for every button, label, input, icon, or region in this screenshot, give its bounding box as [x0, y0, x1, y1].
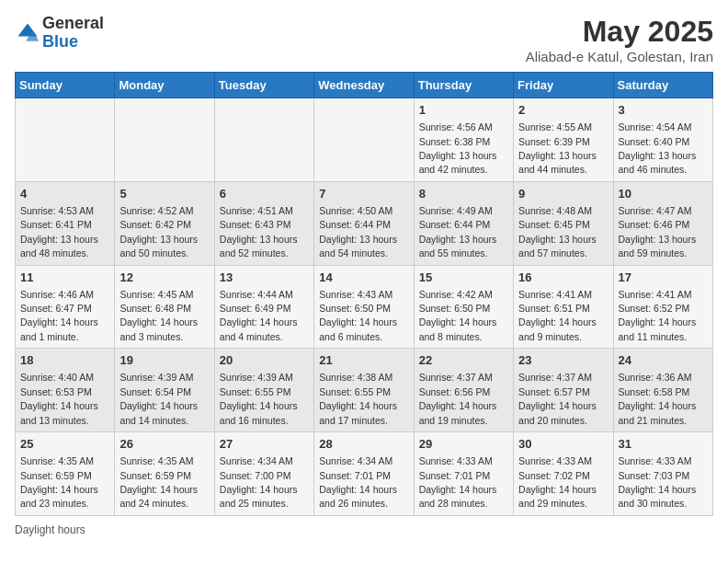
title-block: May 2025 Aliabad-e Katul, Golestan, Iran — [526, 15, 713, 64]
calendar-header: SundayMondayTuesdayWednesdayThursdayFrid… — [16, 73, 713, 98]
logo-blue-text: Blue — [42, 33, 104, 52]
calendar-title: May 2025 — [526, 15, 713, 49]
day-number: 24 — [619, 352, 708, 369]
day-number: 12 — [119, 270, 209, 286]
day-of-week-header: Friday — [514, 73, 613, 98]
calendar-cell: 27Sunrise: 4:34 AM Sunset: 7:00 PM Dayli… — [214, 432, 313, 516]
logo: General Blue — [15, 15, 104, 52]
day-number: 26 — [119, 436, 209, 453]
calendar-cell: 6Sunrise: 4:51 AM Sunset: 6:43 PM Daylig… — [214, 181, 313, 265]
day-info: Sunrise: 4:45 AM Sunset: 6:48 PM Dayligh… — [119, 289, 198, 342]
day-info: Sunrise: 4:43 AM Sunset: 6:50 PM Dayligh… — [319, 289, 397, 342]
calendar-cell: 20Sunrise: 4:39 AM Sunset: 6:55 PM Dayli… — [214, 349, 313, 432]
daylight-hours-label: Daylight hours — [15, 523, 85, 536]
day-number: 5 — [119, 186, 209, 202]
calendar-cell: 1Sunrise: 4:56 AM Sunset: 6:38 PM Daylig… — [414, 98, 513, 182]
calendar-cell: 4Sunrise: 4:53 AM Sunset: 6:41 PM Daylig… — [16, 181, 115, 265]
calendar-cell — [115, 98, 214, 182]
calendar-cell: 2Sunrise: 4:55 AM Sunset: 6:39 PM Daylig… — [514, 98, 613, 182]
day-info: Sunrise: 4:35 AM Sunset: 6:59 PM Dayligh… — [119, 455, 198, 509]
day-info: Sunrise: 4:33 AM Sunset: 7:03 PM Dayligh… — [619, 455, 697, 509]
day-info: Sunrise: 4:47 AM Sunset: 6:46 PM Dayligh… — [619, 205, 697, 259]
calendar-cell: 29Sunrise: 4:33 AM Sunset: 7:01 PM Dayli… — [414, 432, 513, 516]
day-number: 11 — [20, 270, 109, 286]
day-info: Sunrise: 4:50 AM Sunset: 6:44 PM Dayligh… — [319, 205, 397, 259]
day-info: Sunrise: 4:48 AM Sunset: 6:45 PM Dayligh… — [518, 205, 597, 259]
day-number: 25 — [20, 436, 109, 453]
day-info: Sunrise: 4:39 AM Sunset: 6:54 PM Dayligh… — [119, 372, 198, 425]
calendar-cell: 19Sunrise: 4:39 AM Sunset: 6:54 PM Dayli… — [115, 349, 214, 432]
calendar-cell: 11Sunrise: 4:46 AM Sunset: 6:47 PM Dayli… — [16, 265, 115, 349]
day-number: 4 — [20, 186, 109, 202]
calendar-week-row: 4Sunrise: 4:53 AM Sunset: 6:41 PM Daylig… — [16, 181, 713, 265]
day-of-week-header: Tuesday — [214, 73, 313, 98]
day-info: Sunrise: 4:34 AM Sunset: 7:01 PM Dayligh… — [319, 455, 397, 509]
calendar-week-row: 25Sunrise: 4:35 AM Sunset: 6:59 PM Dayli… — [16, 432, 713, 516]
day-number: 21 — [319, 352, 408, 369]
day-number: 13 — [220, 270, 309, 286]
calendar-cell: 7Sunrise: 4:50 AM Sunset: 6:44 PM Daylig… — [314, 181, 414, 265]
day-of-week-header: Saturday — [613, 73, 712, 98]
day-of-week-header: Monday — [115, 73, 214, 98]
day-number: 20 — [220, 352, 309, 369]
day-info: Sunrise: 4:52 AM Sunset: 6:42 PM Dayligh… — [119, 205, 198, 259]
day-number: 29 — [419, 436, 508, 453]
calendar-cell: 22Sunrise: 4:37 AM Sunset: 6:56 PM Dayli… — [414, 349, 513, 432]
day-of-week-header: Thursday — [414, 73, 513, 98]
calendar-cell: 30Sunrise: 4:33 AM Sunset: 7:02 PM Dayli… — [514, 432, 613, 516]
calendar-cell: 15Sunrise: 4:42 AM Sunset: 6:50 PM Dayli… — [414, 265, 513, 349]
calendar-cell: 13Sunrise: 4:44 AM Sunset: 6:49 PM Dayli… — [214, 265, 313, 349]
day-info: Sunrise: 4:56 AM Sunset: 6:38 PM Dayligh… — [419, 121, 497, 175]
day-number: 3 — [619, 102, 708, 119]
logo-icon — [15, 20, 40, 46]
calendar-cell: 12Sunrise: 4:45 AM Sunset: 6:48 PM Dayli… — [115, 265, 214, 349]
calendar-body: 1Sunrise: 4:56 AM Sunset: 6:38 PM Daylig… — [16, 98, 713, 516]
calendar-cell: 8Sunrise: 4:49 AM Sunset: 6:44 PM Daylig… — [414, 181, 513, 265]
day-number: 7 — [319, 186, 408, 202]
calendar-cell — [314, 98, 414, 182]
day-number: 16 — [518, 270, 608, 286]
calendar-cell: 9Sunrise: 4:48 AM Sunset: 6:45 PM Daylig… — [514, 181, 613, 265]
calendar-cell: 14Sunrise: 4:43 AM Sunset: 6:50 PM Dayli… — [314, 265, 414, 349]
day-info: Sunrise: 4:41 AM Sunset: 6:51 PM Dayligh… — [518, 289, 597, 342]
day-of-week-header: Sunday — [16, 73, 115, 98]
calendar-table: SundayMondayTuesdayWednesdayThursdayFrid… — [15, 72, 713, 516]
day-number: 23 — [518, 352, 608, 369]
calendar-cell: 23Sunrise: 4:37 AM Sunset: 6:57 PM Dayli… — [514, 349, 613, 432]
calendar-week-row: 1Sunrise: 4:56 AM Sunset: 6:38 PM Daylig… — [16, 98, 713, 182]
calendar-cell: 18Sunrise: 4:40 AM Sunset: 6:53 PM Dayli… — [16, 349, 115, 432]
day-info: Sunrise: 4:51 AM Sunset: 6:43 PM Dayligh… — [220, 205, 298, 259]
calendar-cell: 21Sunrise: 4:38 AM Sunset: 6:55 PM Dayli… — [314, 349, 414, 432]
day-info: Sunrise: 4:42 AM Sunset: 6:50 PM Dayligh… — [419, 289, 497, 342]
day-number: 18 — [20, 352, 109, 369]
calendar-subtitle: Aliabad-e Katul, Golestan, Iran — [526, 49, 713, 64]
day-info: Sunrise: 4:39 AM Sunset: 6:55 PM Dayligh… — [220, 372, 298, 425]
day-number: 27 — [220, 436, 309, 453]
calendar-cell: 10Sunrise: 4:47 AM Sunset: 6:46 PM Dayli… — [613, 181, 712, 265]
day-of-week-header: Wednesday — [314, 73, 414, 98]
day-number: 30 — [518, 436, 608, 453]
calendar-cell — [214, 98, 313, 182]
calendar-cell: 31Sunrise: 4:33 AM Sunset: 7:03 PM Dayli… — [613, 432, 712, 516]
calendar-cell: 28Sunrise: 4:34 AM Sunset: 7:01 PM Dayli… — [314, 432, 414, 516]
day-number: 9 — [518, 186, 608, 202]
day-info: Sunrise: 4:33 AM Sunset: 7:01 PM Dayligh… — [419, 455, 497, 509]
day-number: 14 — [319, 270, 408, 286]
calendar-cell: 25Sunrise: 4:35 AM Sunset: 6:59 PM Dayli… — [16, 432, 115, 516]
day-number: 28 — [319, 436, 408, 453]
day-number: 17 — [619, 270, 708, 286]
day-info: Sunrise: 4:33 AM Sunset: 7:02 PM Dayligh… — [518, 455, 597, 509]
calendar-cell: 17Sunrise: 4:41 AM Sunset: 6:52 PM Dayli… — [613, 265, 712, 349]
calendar-cell — [16, 98, 115, 182]
calendar-cell: 3Sunrise: 4:54 AM Sunset: 6:40 PM Daylig… — [613, 98, 712, 182]
day-number: 10 — [619, 186, 708, 202]
calendar-cell: 5Sunrise: 4:52 AM Sunset: 6:42 PM Daylig… — [115, 181, 214, 265]
calendar-cell: 26Sunrise: 4:35 AM Sunset: 6:59 PM Dayli… — [115, 432, 214, 516]
legend: Daylight hours — [15, 523, 713, 536]
day-number: 1 — [419, 102, 508, 119]
day-info: Sunrise: 4:54 AM Sunset: 6:40 PM Dayligh… — [619, 121, 697, 175]
calendar-week-row: 18Sunrise: 4:40 AM Sunset: 6:53 PM Dayli… — [16, 349, 713, 432]
calendar-cell: 16Sunrise: 4:41 AM Sunset: 6:51 PM Dayli… — [514, 265, 613, 349]
day-number: 19 — [119, 352, 209, 369]
day-info: Sunrise: 4:46 AM Sunset: 6:47 PM Dayligh… — [20, 289, 98, 342]
